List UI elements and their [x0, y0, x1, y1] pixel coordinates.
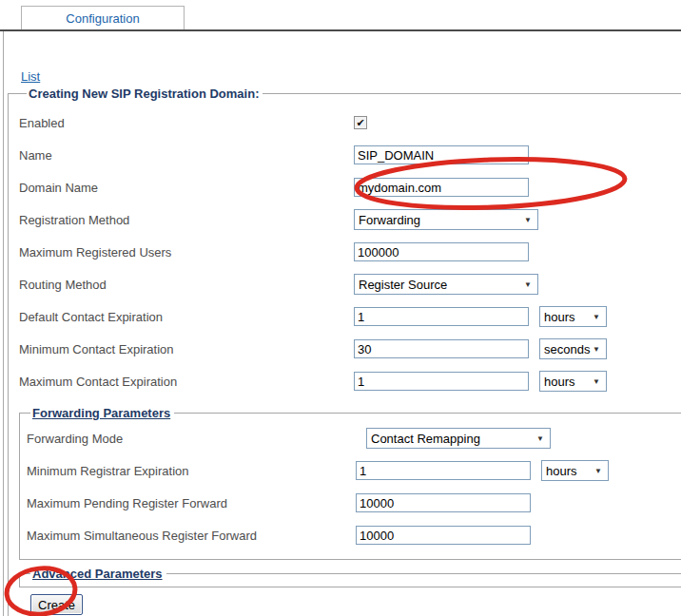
- form-row: Maximum Registered Users: [19, 236, 681, 268]
- minimum-registrar-expiration-label: Minimum Registrar Expiration: [27, 464, 356, 478]
- selected-option-label: Forwarding: [359, 213, 420, 227]
- selected-option-label: seconds: [544, 342, 590, 356]
- minimum-contact-expiration-label: Minimum Contact Expiration: [19, 342, 354, 356]
- form-row: Enabled✔: [19, 106, 681, 139]
- main-fieldset-legend: Creating New SIP Registration Domain:: [27, 87, 263, 101]
- maximum-registered-users-input[interactable]: [354, 242, 529, 261]
- maximum-contact-expiration-unit-select[interactable]: hours▼: [539, 371, 607, 392]
- field-value: [354, 178, 529, 197]
- maximum-pending-register-forward-label: Maximum Pending Register Forward: [27, 496, 356, 510]
- form-row: Domain Name: [19, 171, 681, 203]
- field-value: ✔: [354, 116, 367, 129]
- form-row: Maximum Simultaneous Register Forward: [27, 519, 681, 551]
- maximum-simultaneous-register-forward-label: Maximum Simultaneous Register Forward: [27, 529, 356, 543]
- advanced-parameters-link[interactable]: Advanced Parameters: [30, 567, 166, 581]
- enabled-checkbox[interactable]: ✔: [354, 116, 367, 129]
- dropdown-arrow-icon: ▼: [524, 216, 532, 224]
- dropdown-arrow-icon: ▼: [536, 434, 544, 443]
- selected-option-label: Register Source: [359, 278, 447, 292]
- minimum-contact-expiration-input[interactable]: [354, 339, 529, 358]
- form-row: Forwarding ModeContact Remapping▼: [27, 422, 681, 454]
- dropdown-arrow-icon: ▼: [593, 345, 600, 354]
- field-value: hours▼: [356, 460, 609, 481]
- dropdown-arrow-icon: ▼: [524, 280, 532, 289]
- default-contact-expiration-unit-select[interactable]: hours▼: [539, 306, 607, 327]
- field-value: [356, 493, 531, 512]
- maximum-registered-users-label: Maximum Registered Users: [19, 245, 354, 260]
- routing-method-label: Routing Method: [19, 278, 354, 292]
- advanced-parameters-fieldset: Advanced Parameters: [19, 567, 681, 587]
- name-label: Name: [19, 148, 354, 163]
- sip-domain-fieldset: Creating New SIP Registration Domain: En…: [8, 87, 681, 616]
- registration-method-label: Registration Method: [19, 213, 354, 227]
- tab-label: Configuration: [66, 11, 139, 26]
- form-row: Maximum Pending Register Forward: [27, 487, 681, 519]
- maximum-simultaneous-register-forward-input[interactable]: [356, 526, 531, 545]
- dropdown-arrow-icon: ▼: [593, 313, 600, 321]
- forwarding-form-rows: Forwarding ModeContact Remapping▼Minimum…: [27, 422, 681, 551]
- domain-name-input[interactable]: [354, 178, 529, 197]
- field-value: [354, 145, 529, 164]
- minimum-registrar-expiration-input[interactable]: [356, 461, 531, 480]
- form-row: Maximum Contact Expirationhours▼: [19, 365, 681, 397]
- maximum-contact-expiration-input[interactable]: [354, 372, 529, 391]
- selected-option-label: Contact Remapping: [371, 432, 480, 446]
- dropdown-arrow-icon: ▼: [594, 467, 602, 475]
- forwarding-parameters-link[interactable]: Forwarding Parameters: [30, 406, 174, 420]
- selected-option-label: hours: [546, 464, 577, 478]
- field-value: seconds▼: [354, 338, 607, 359]
- maximum-pending-register-forward-input[interactable]: [356, 493, 531, 512]
- forwarding-mode-select[interactable]: Contact Remapping▼: [366, 428, 551, 449]
- minimum-contact-expiration-unit-select[interactable]: seconds▼: [539, 338, 607, 359]
- form-row: Name: [19, 139, 681, 171]
- name-input[interactable]: [354, 145, 529, 164]
- forwarding-mode-label: Forwarding Mode: [27, 432, 356, 446]
- field-value: Register Source▼: [354, 274, 538, 295]
- form-row: Registration MethodForwarding▼: [19, 203, 681, 236]
- enabled-label: Enabled: [19, 116, 354, 130]
- minimum-registrar-expiration-unit-select[interactable]: hours▼: [541, 460, 609, 481]
- default-contact-expiration-label: Default Contact Expiration: [19, 310, 354, 324]
- form-row: Minimum Contact Expirationseconds▼: [19, 333, 681, 365]
- dropdown-arrow-icon: ▼: [593, 377, 600, 386]
- field-value: [356, 526, 531, 545]
- forwarding-parameters-fieldset: Forwarding Parameters Forwarding ModeCon…: [19, 406, 681, 560]
- domain-name-label: Domain Name: [19, 181, 354, 195]
- selected-option-label: hours: [544, 375, 575, 389]
- tab-bar: Configuration: [0, 0, 681, 31]
- field-value: Forwarding▼: [354, 209, 538, 230]
- field-value: hours▼: [354, 371, 607, 392]
- routing-method-select[interactable]: Register Source▼: [354, 274, 538, 295]
- tab-configuration[interactable]: Configuration: [21, 6, 185, 29]
- default-contact-expiration-input[interactable]: [354, 307, 529, 326]
- form-row: Default Contact Expirationhours▼: [19, 300, 681, 333]
- main-form-rows: Enabled✔NameDomain NameRegistration Meth…: [19, 106, 681, 397]
- form-row: Minimum Registrar Expirationhours▼: [27, 454, 681, 487]
- form-row: Routing MethodRegister Source▼: [19, 268, 681, 300]
- registration-method-select[interactable]: Forwarding▼: [354, 209, 538, 230]
- list-link[interactable]: List: [21, 69, 40, 84]
- maximum-contact-expiration-label: Maximum Contact Expiration: [19, 375, 354, 389]
- field-value: hours▼: [354, 306, 607, 327]
- field-value: Contact Remapping▼: [356, 428, 551, 449]
- field-value: [354, 242, 529, 261]
- create-button[interactable]: Create: [30, 594, 83, 615]
- selected-option-label: hours: [544, 310, 575, 324]
- page-content: List Creating New SIP Registration Domai…: [3, 31, 681, 616]
